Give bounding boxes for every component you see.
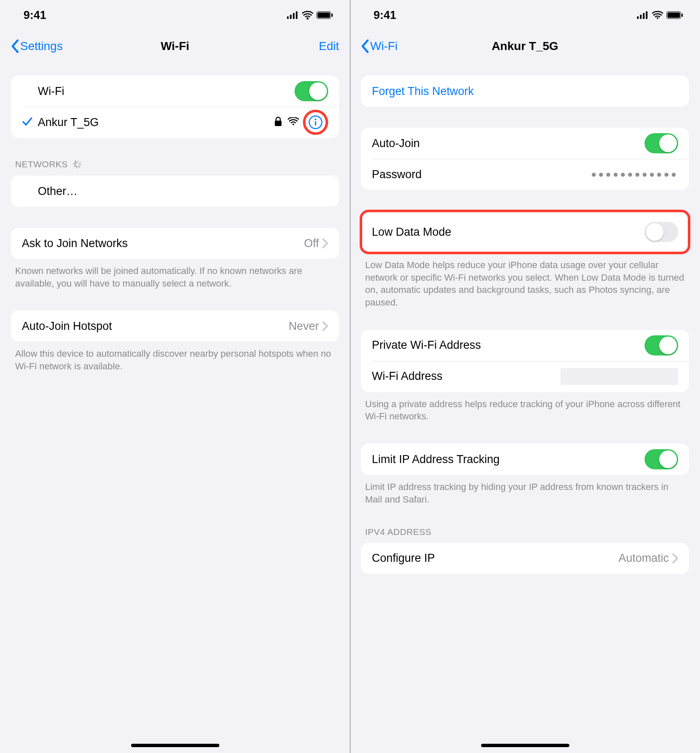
svg-point-17	[657, 17, 658, 19]
back-button[interactable]: Settings	[11, 39, 63, 53]
private-footer: Using a private address helps reduce tra…	[361, 392, 689, 423]
svg-rect-1	[290, 15, 292, 19]
low-data-mode-toggle[interactable]	[645, 222, 678, 242]
ipv4-header: IPV4 ADDRESS	[361, 527, 689, 543]
svg-rect-19	[668, 13, 680, 18]
configure-ip-row[interactable]: Configure IP Automatic	[361, 543, 689, 574]
configure-ip-value: Automatic	[618, 552, 669, 565]
svg-rect-7	[332, 13, 333, 17]
battery-icon	[666, 11, 683, 19]
private-address-row[interactable]: Private Wi-Fi Address	[361, 330, 689, 361]
svg-rect-8	[275, 121, 282, 126]
wifi-toggle-row[interactable]: Wi-Fi	[11, 76, 339, 107]
svg-rect-20	[682, 13, 683, 17]
networks-header: NETWORKS document.write(Array.from({leng…	[11, 159, 339, 176]
networks-group: Other…	[11, 176, 339, 207]
private-address-toggle[interactable]	[645, 335, 678, 355]
screenshot-divider	[350, 0, 350, 753]
password-value: ●●●●●●●●●●●●	[591, 169, 678, 180]
limit-ip-row[interactable]: Limit IP Address Tracking	[361, 444, 689, 475]
low-data-mode-group: Low Data Mode	[361, 211, 689, 253]
password-row[interactable]: Password ●●●●●●●●●●●●	[361, 159, 689, 190]
svg-rect-16	[646, 11, 647, 19]
status-time: 9:41	[374, 9, 396, 22]
wifi-label: Wi-Fi	[38, 85, 295, 98]
autojoin-value: Never	[289, 320, 319, 333]
svg-rect-6	[318, 13, 330, 18]
back-label: Settings	[20, 39, 63, 53]
wifi-icon	[302, 11, 313, 19]
svg-rect-13	[637, 16, 639, 19]
svg-rect-0	[287, 16, 289, 19]
autojoin-toggle[interactable]	[645, 133, 678, 153]
autojoin-footer: Allow this device to automatically disco…	[11, 342, 339, 372]
forget-network-button[interactable]: Forget This Network	[361, 76, 689, 107]
svg-rect-3	[296, 11, 297, 19]
limit-ip-toggle[interactable]	[645, 449, 678, 469]
chevron-right-icon	[322, 321, 328, 331]
svg-rect-15	[643, 13, 645, 19]
checkmark-icon	[22, 116, 33, 129]
wifi-address-value	[561, 368, 678, 385]
network-info-button[interactable]	[303, 110, 328, 135]
nav-title: Ankur T_5G	[350, 39, 700, 53]
svg-point-9	[292, 124, 294, 125]
back-button[interactable]: Wi-Fi	[361, 39, 397, 53]
lock-icon	[274, 116, 282, 128]
ask-footer: Known networks will be joined automatica…	[11, 259, 339, 290]
chevron-right-icon	[322, 238, 328, 248]
spinner-icon: document.write(Array.from({length:8},(_,…	[72, 159, 83, 170]
svg-point-4	[307, 17, 308, 19]
svg-rect-2	[293, 13, 295, 19]
limit-ip-footer: Limit IP address tracking by hiding your…	[361, 475, 689, 506]
ask-value: Off	[304, 237, 319, 250]
status-time: 9:41	[24, 9, 46, 22]
autojoin-row[interactable]: Auto-Join	[361, 128, 689, 159]
wifi-settings-screen: 9:41 Settings Wi-Fi Edit Wi-Fi	[0, 0, 350, 753]
wifi-strength-icon	[288, 117, 299, 127]
status-bar: 9:41	[0, 0, 350, 30]
battery-icon	[316, 11, 333, 19]
ask-to-join-row[interactable]: Ask to Join Networks Off	[11, 228, 339, 259]
wifi-address-row: Wi-Fi Address	[361, 361, 689, 392]
wifi-icon	[652, 11, 663, 19]
autojoin-hotspot-row[interactable]: Auto-Join Hotspot Never	[11, 311, 339, 342]
nav-bar: Settings Wi-Fi Edit	[0, 30, 350, 62]
wifi-toggle[interactable]	[295, 81, 328, 101]
low-data-mode-row[interactable]: Low Data Mode	[361, 211, 689, 253]
chevron-right-icon	[672, 553, 678, 563]
home-indicator[interactable]	[131, 744, 219, 747]
edit-button[interactable]: Edit	[319, 39, 339, 53]
connected-network-name: Ankur T_5G	[38, 116, 274, 129]
status-bar: 9:41	[350, 0, 700, 30]
back-label: Wi-Fi	[370, 39, 397, 53]
wifi-main-group: Wi-Fi Ankur T_5G	[11, 76, 339, 138]
other-label: Other…	[38, 185, 328, 198]
network-detail-screen: 9:41 Wi-Fi Ankur T_5G Forget This Networ…	[350, 0, 700, 753]
low-data-footer: Low Data Mode helps reduce your iPhone d…	[361, 253, 689, 309]
cellular-icon	[287, 11, 299, 19]
other-network-row[interactable]: Other…	[11, 176, 339, 207]
cellular-icon	[637, 11, 649, 19]
home-indicator[interactable]	[481, 744, 569, 747]
nav-bar: Wi-Fi Ankur T_5G	[350, 30, 700, 62]
svg-rect-14	[640, 15, 642, 19]
connected-network-row[interactable]: Ankur T_5G	[11, 107, 339, 138]
